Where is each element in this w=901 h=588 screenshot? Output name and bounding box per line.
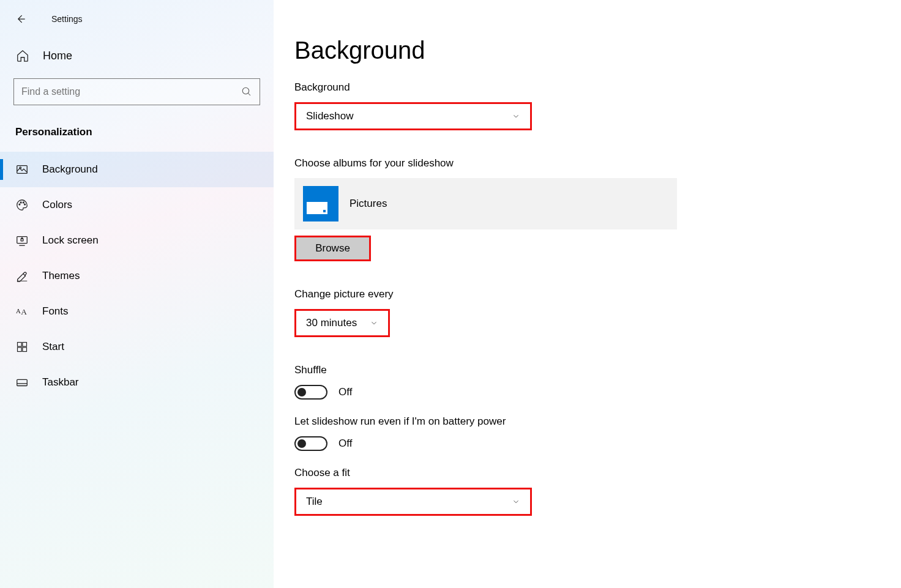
svg-text:A: A [16, 307, 21, 314]
sidebar-item-lock-screen[interactable]: Lock screen [0, 223, 274, 258]
page-title: Background [294, 37, 877, 64]
fit-dropdown-value: Tile [306, 496, 323, 508]
svg-point-6 [24, 204, 26, 205]
app-title: Settings [51, 14, 83, 24]
sidebar-item-label: Themes [42, 270, 80, 282]
back-button[interactable] [13, 12, 28, 26]
sidebar-item-themes[interactable]: Themes [0, 258, 274, 294]
sidebar-item-taskbar[interactable]: Taskbar [0, 365, 274, 400]
svg-point-4 [20, 202, 21, 203]
sidebar-item-label: Colors [42, 199, 72, 211]
shuffle-label: Shuffle [294, 364, 877, 376]
search-container [13, 78, 260, 105]
background-dropdown-value: Slideshow [306, 110, 354, 122]
shuffle-state: Off [338, 386, 352, 398]
arrow-left-icon [15, 13, 27, 25]
interval-dropdown-value: 30 minutes [306, 317, 357, 329]
browse-button[interactable]: Browse [294, 236, 371, 261]
palette-icon [15, 198, 29, 212]
themes-icon [15, 269, 29, 283]
sidebar-item-label: Lock screen [42, 234, 99, 247]
svg-text:A: A [21, 307, 27, 316]
main-content: Background Background Slideshow Choose a… [274, 0, 901, 588]
section-title: Personalization [15, 126, 274, 138]
sidebar-item-background[interactable]: Background [0, 152, 274, 187]
taskbar-icon [15, 376, 29, 389]
svg-point-3 [19, 204, 20, 205]
picture-icon [15, 163, 29, 176]
home-icon [16, 49, 29, 62]
interval-dropdown[interactable]: 30 minutes [294, 309, 390, 337]
svg-rect-15 [17, 379, 28, 385]
fit-dropdown[interactable]: Tile [294, 488, 532, 516]
chevron-down-icon [512, 112, 520, 121]
chevron-down-icon [370, 319, 378, 327]
fonts-icon: A A [15, 305, 29, 318]
svg-point-5 [23, 202, 24, 203]
sidebar-item-label: Fonts [42, 305, 69, 318]
titlebar: Settings [0, 7, 274, 31]
search-box[interactable] [13, 78, 260, 105]
sidebar-item-home[interactable]: Home [0, 31, 274, 75]
sidebar-item-start[interactable]: Start [0, 329, 274, 365]
sidebar-item-label: Background [42, 163, 98, 176]
home-label: Home [43, 50, 72, 62]
interval-label: Change picture every [294, 288, 877, 300]
album-card[interactable]: Pictures [294, 178, 677, 229]
browse-button-label: Browse [315, 242, 350, 255]
sidebar-item-colors[interactable]: Colors [0, 187, 274, 223]
svg-point-2 [20, 167, 21, 169]
sidebar-item-label: Start [42, 341, 64, 353]
sidebar: Settings Home Personalization Background [0, 0, 274, 588]
background-label: Background [294, 81, 877, 94]
svg-point-0 [242, 87, 249, 94]
battery-toggle[interactable] [294, 436, 327, 451]
chevron-down-icon [512, 497, 520, 506]
sidebar-item-label: Taskbar [42, 376, 79, 389]
search-input[interactable] [21, 86, 241, 97]
battery-label: Let slideshow run even if I'm on battery… [294, 415, 877, 428]
svg-rect-12 [23, 343, 27, 347]
start-icon [15, 340, 29, 354]
svg-rect-11 [18, 343, 22, 347]
sidebar-item-fonts[interactable]: A A Fonts [0, 294, 274, 329]
search-icon [241, 86, 252, 97]
background-dropdown[interactable]: Slideshow [294, 102, 532, 130]
fit-label: Choose a fit [294, 467, 877, 479]
lock-screen-icon [15, 234, 29, 247]
album-name: Pictures [350, 198, 387, 210]
svg-rect-13 [18, 348, 22, 352]
battery-state: Off [338, 437, 352, 450]
svg-rect-8 [21, 239, 23, 241]
albums-label: Choose albums for your slideshow [294, 157, 877, 169]
album-thumbnail-icon [303, 186, 338, 221]
svg-rect-14 [23, 348, 27, 352]
shuffle-toggle[interactable] [294, 385, 327, 400]
